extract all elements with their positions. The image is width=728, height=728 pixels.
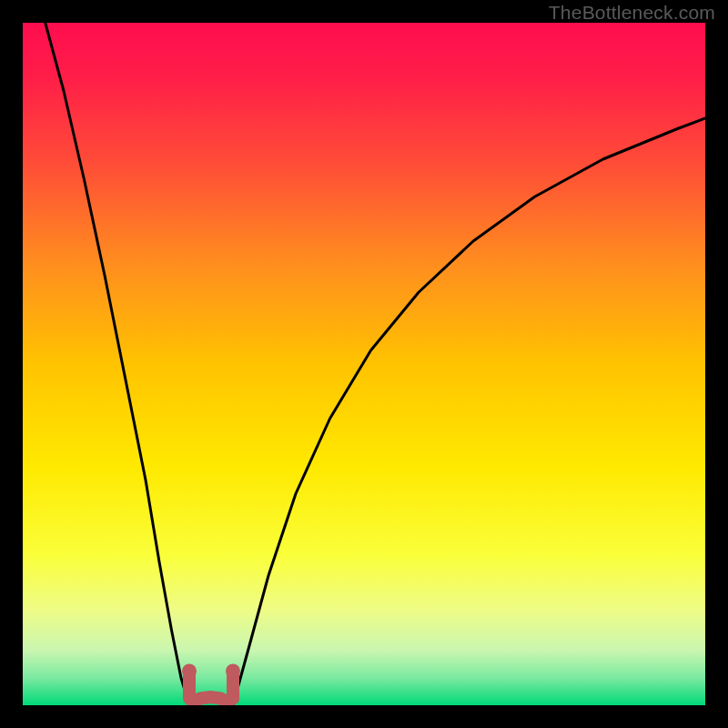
endpoint-dot-left xyxy=(182,664,197,679)
curve-layer xyxy=(23,23,705,705)
plot-area xyxy=(23,23,705,705)
curve-right-branch xyxy=(221,118,706,705)
curve-basin xyxy=(189,674,233,702)
watermark-text: TheBottleneck.com xyxy=(549,2,715,24)
endpoint-dot-right xyxy=(226,664,240,679)
curve-left-branch xyxy=(46,23,200,705)
